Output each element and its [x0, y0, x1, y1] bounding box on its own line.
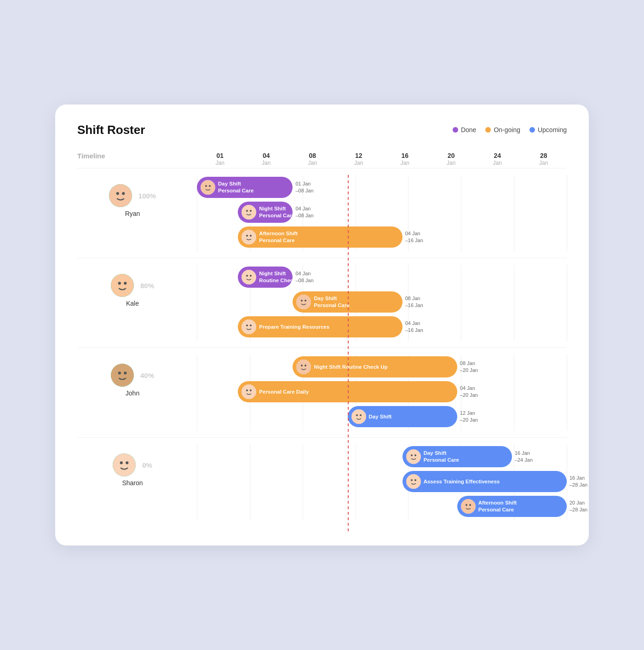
ongoing-label: On-going — [494, 126, 520, 133]
bar-2-2[interactable]: Day Shift — [348, 406, 457, 427]
bar-label-2-1: Personal Care Daily — [259, 389, 309, 395]
col-jan08: 08Jan — [289, 152, 336, 166]
person-name-ryan: Ryan — [125, 210, 140, 217]
bar-2-0[interactable]: Night Shift Routine Check Up — [293, 356, 457, 377]
bar-avatar-0-2 — [242, 230, 256, 244]
bar-wrap-2-0: Night Shift Routine Check Up08 Jan–20 Ja… — [197, 356, 567, 377]
done-label: Done — [461, 126, 476, 133]
person-name-kale: Kale — [126, 300, 139, 307]
svg-point-36 — [113, 453, 136, 476]
svg-point-10 — [246, 235, 248, 237]
bar-0-0[interactable]: Day ShiftPersonal Care — [197, 177, 293, 198]
bar-dates-1-2: 04 Jan–16 Jan — [405, 320, 423, 334]
col-jan28: 28Jan — [521, 152, 567, 166]
svg-point-34 — [356, 414, 358, 416]
svg-point-46 — [466, 504, 467, 506]
bar-dates-1-1: 08 Jan–16 Jan — [405, 295, 423, 309]
bar-avatar-3-0 — [406, 449, 421, 464]
person-sharon: 0%Sharon — [77, 444, 197, 487]
main-card: Shift Roster Done On-going Upcoming Time… — [55, 104, 589, 546]
svg-point-27 — [296, 360, 311, 374]
bar-1-0[interactable]: Night ShiftRoutine Check Up — [238, 267, 293, 288]
bar-wrap-1-0: Night ShiftRoutine Check Up04 Jan–08 Jan — [197, 267, 567, 288]
svg-point-24 — [111, 364, 134, 387]
svg-point-37 — [120, 461, 123, 464]
bar-3-1[interactable]: Assess Training Effectiveness — [402, 471, 567, 492]
person-name-john: John — [126, 389, 139, 397]
col-jan01: 01Jan — [197, 152, 243, 166]
svg-point-20 — [305, 300, 306, 302]
gantt-row-sharon: 0%SharonDay ShiftPersonal Care16 Jan–24 … — [77, 437, 567, 527]
svg-point-15 — [242, 270, 256, 284]
svg-point-29 — [305, 365, 306, 366]
gantt-row-john: 40%JohnNight Shift Routine Check Up08 Ja… — [77, 348, 567, 437]
svg-point-43 — [411, 479, 413, 481]
svg-point-7 — [246, 210, 248, 212]
bar-wrap-2-2: Day Shift12 Jan–20 Jan — [197, 406, 567, 427]
svg-point-42 — [406, 474, 421, 489]
svg-point-19 — [301, 300, 303, 302]
bar-wrap-3-1: Assess Training Effectiveness16 Jan–28 J… — [197, 471, 567, 492]
bar-avatar-0-0 — [201, 180, 215, 195]
svg-point-2 — [122, 192, 125, 195]
bar-label-0-2: Afternoon ShiftPersonal Care — [259, 230, 298, 244]
bar-wrap-3-2: Afternoon ShiftPersonal Care20 Jan–28 Ja… — [197, 496, 567, 517]
svg-point-11 — [250, 235, 252, 237]
col-jan12: 12Jan — [336, 152, 382, 166]
col-jan20: 20Jan — [428, 152, 475, 166]
bar-1-2[interactable]: Prepare Training Resources — [238, 316, 402, 337]
bar-label-0-0: Day ShiftPersonal Care — [218, 180, 253, 194]
gantt-row-kale: 80%KaleNight ShiftRoutine Check Up04 Jan… — [77, 258, 567, 348]
avatar-sharon — [113, 453, 136, 476]
bar-dates-0-2: 04 Jan–16 Jan — [405, 230, 423, 244]
bar-dates-3-0: 16 Jan–24 Jan — [515, 450, 533, 464]
timeline-headers: 01Jan 04Jan 08Jan 12Jan 16Jan 20Jan 24Ja… — [197, 152, 567, 166]
svg-point-18 — [296, 295, 311, 309]
bars-area-john: Night Shift Routine Check Up08 Jan–20 Ja… — [197, 354, 567, 431]
bar-0-2[interactable]: Afternoon ShiftPersonal Care — [238, 226, 402, 248]
bar-3-0[interactable]: Day ShiftPersonal Care — [402, 446, 512, 467]
bar-0-1[interactable]: Night ShiftPersonal Care — [238, 202, 293, 223]
person-name-sharon: Sharon — [122, 479, 143, 487]
person-kale: 80%Kale — [77, 265, 197, 307]
bar-1-1[interactable]: Day ShiftPersonal Care — [293, 291, 402, 313]
bar-label-1-2: Prepare Training Resources — [259, 324, 329, 331]
svg-point-40 — [411, 454, 413, 456]
bar-avatar-2-2 — [351, 409, 366, 424]
bar-avatar-1-1 — [296, 295, 311, 309]
person-ryan: 100%Ryan — [77, 175, 197, 217]
svg-point-0 — [109, 184, 132, 207]
bar-2-1[interactable]: Personal Care Daily — [238, 381, 457, 402]
person-john: 40%John — [77, 354, 197, 397]
bar-label-3-2: Afternoon ShiftPersonal Care — [478, 499, 517, 513]
svg-point-39 — [406, 449, 421, 464]
avatar-john — [111, 364, 134, 387]
bar-label-0-1: Night ShiftPersonal Care — [259, 205, 294, 219]
legend-ongoing: On-going — [485, 126, 520, 133]
bar-avatar-0-1 — [242, 205, 256, 220]
bar-avatar-1-0 — [242, 270, 256, 284]
grid-line — [567, 265, 567, 341]
svg-point-21 — [242, 319, 256, 334]
bar-wrap-0-2: Afternoon ShiftPersonal Care04 Jan–16 Ja… — [197, 226, 567, 248]
bar-3-2[interactable]: Afternoon ShiftPersonal Care — [457, 496, 567, 517]
svg-point-28 — [301, 365, 303, 366]
person-pct-ryan: 100% — [138, 192, 156, 200]
gantt-row-ryan: 100%RyanDay ShiftPersonal Care01 Jan–08 … — [77, 168, 567, 258]
bars-area-sharon: Day ShiftPersonal Care16 Jan–24 JanAsses… — [197, 444, 567, 521]
svg-point-38 — [126, 461, 128, 464]
svg-point-25 — [118, 371, 121, 374]
bar-wrap-3-0: Day ShiftPersonal Care16 Jan–24 Jan — [197, 446, 567, 467]
upcoming-dot — [529, 127, 535, 133]
svg-point-44 — [414, 479, 416, 481]
bar-avatar-3-1 — [406, 474, 421, 489]
grid-line — [567, 444, 567, 521]
bar-label-3-1: Assess Training Effectiveness — [424, 478, 500, 485]
header: Shift Roster Done On-going Upcoming — [77, 123, 567, 137]
gantt-chart: 100%RyanDay ShiftPersonal Care01 Jan–08 … — [77, 168, 567, 527]
svg-point-32 — [250, 389, 252, 391]
svg-point-23 — [250, 325, 252, 326]
bar-avatar-1-2 — [242, 319, 256, 334]
bar-dates-2-0: 08 Jan–20 Jan — [460, 360, 478, 374]
bar-dates-3-2: 20 Jan–28 Jan — [569, 499, 587, 514]
